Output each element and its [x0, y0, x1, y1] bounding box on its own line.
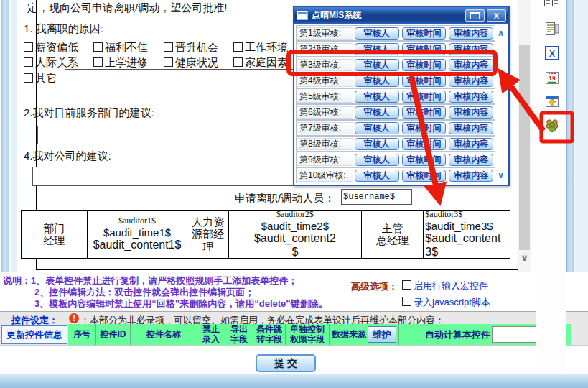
- reason-checkbox-welfare[interactable]: 福利不佳: [93, 41, 148, 55]
- editor-scroll-down-icon[interactable]: ∨: [519, 251, 530, 264]
- calendar-icon[interactable]: 19: [544, 70, 560, 85]
- editor-scrollbar-thumb[interactable]: [519, 45, 530, 250]
- dialog-scrollbar[interactable]: ∧ ∨: [495, 25, 507, 183]
- dialog-restore-button[interactable]: [465, 9, 485, 22]
- audit-levels-dialog: 点晴MIS系统 X 第1级审核: 审核人 审核时间 审核内容 第2级审核: 审核…: [293, 6, 510, 186]
- audit-level-row-10: 第10级审核: 审核人 审核时间 审核内容: [296, 167, 507, 183]
- svg-text:X: X: [549, 49, 555, 59]
- auditor-button[interactable]: 审核人: [355, 138, 399, 150]
- audit-time-button[interactable]: 审核时间: [402, 122, 447, 134]
- audit-time-button[interactable]: 审核时间: [402, 154, 447, 166]
- reason-checkbox-salary[interactable]: 薪资偏低: [24, 41, 78, 55]
- insert-auditors-icon[interactable]: [544, 117, 560, 131]
- audit-time-button[interactable]: 审核时间: [402, 91, 447, 103]
- submit-section: 提 交: [0, 345, 588, 374]
- maintain-button[interactable]: 维护: [368, 326, 396, 343]
- audit-level-row-8: 第8级审核: 审核人 审核时间 审核内容: [296, 136, 507, 152]
- audit-content-button[interactable]: 审核内容: [449, 91, 493, 103]
- reason-checkbox-family[interactable]: 家庭因素: [233, 56, 288, 70]
- macro-control-option[interactable]: 启用行输入宏控件: [402, 280, 488, 292]
- checkbox-icon[interactable]: [24, 57, 33, 67]
- checkbox-icon[interactable]: [93, 42, 103, 52]
- role-cell-hr-manager: 人力资 源部经 理: [187, 211, 229, 258]
- audit-content-button[interactable]: 审核内容: [449, 138, 493, 150]
- auditor-button[interactable]: 审核人: [355, 106, 399, 119]
- audit-time-button[interactable]: 审核时间: [402, 138, 447, 150]
- checkbox-icon[interactable]: [402, 280, 411, 290]
- auditor-button[interactable]: 审核人: [355, 43, 399, 55]
- checkbox-icon[interactable]: [24, 42, 33, 52]
- audit-time-button[interactable]: 审核时间: [402, 170, 447, 182]
- audit-time-button[interactable]: 审核时间: [402, 75, 447, 87]
- submit-button[interactable]: 提 交: [256, 354, 316, 372]
- audit-content-button[interactable]: 审核内容: [449, 43, 493, 55]
- auditor-button[interactable]: 审核人: [355, 75, 399, 87]
- checkbox-icon[interactable]: [24, 73, 33, 83]
- checkbox-icon[interactable]: [233, 57, 243, 67]
- reason-checkbox-environment[interactable]: 工作环境: [233, 41, 288, 55]
- table-columns-icon[interactable]: [544, 0, 560, 9]
- applicant-name-input[interactable]: $username$: [341, 189, 412, 205]
- checkbox-icon[interactable]: [93, 57, 103, 67]
- dialog-scroll-down-icon[interactable]: ∨: [495, 170, 506, 180]
- audit-level-label: 第4级审核:: [297, 75, 353, 87]
- checkbox-icon[interactable]: [164, 57, 173, 67]
- audit-level-row-2: 第2级审核: 审核人 审核时间 审核内容: [296, 41, 507, 57]
- checkbox-icon[interactable]: [402, 297, 411, 306]
- column-condition-jump: 条件跳 转字段: [253, 324, 286, 345]
- auditor-button[interactable]: 审核人: [355, 170, 399, 182]
- audit-time-button[interactable]: 审核时间: [402, 43, 447, 55]
- reason-checkbox-relationship[interactable]: 人际关系: [24, 56, 78, 70]
- reason-checkbox-other[interactable]: 其它: [24, 72, 57, 86]
- dialog-titlebar[interactable]: 点晴MIS系统 X: [294, 7, 508, 24]
- auditor-button[interactable]: 审核人: [355, 59, 399, 71]
- question4-title: 4.我对公司的建议:: [24, 149, 111, 163]
- audit-content-button[interactable]: 审核内容: [449, 27, 493, 40]
- update-controls-button[interactable]: 更新控件信息: [1, 325, 67, 344]
- excel-export-icon[interactable]: X: [544, 46, 560, 60]
- audit-level-label: 第1级审核:: [297, 27, 353, 40]
- reason-checkbox-health[interactable]: 健康状况: [164, 56, 218, 70]
- auditor-button[interactable]: 审核人: [355, 122, 399, 134]
- audit-level-row-1: 第1级审核: 审核人 审核时间 审核内容: [296, 25, 507, 41]
- auditor1-vars-cell: $auditor1$ $audit_time1$ $audit_content1…: [88, 211, 188, 258]
- audit-time1-var: $audit_time1$: [103, 226, 171, 239]
- audit-content-button[interactable]: 审核内容: [449, 106, 493, 119]
- audit-content2-var: $audit_content2$: [252, 232, 338, 258]
- audit-level-label: 第5级审核:: [297, 91, 353, 103]
- dialog-close-button[interactable]: X: [487, 9, 506, 22]
- column-data-source: 数据来源 维护: [330, 324, 399, 345]
- editor-scrollbar[interactable]: ∨: [518, 0, 531, 272]
- control-columns-bar: 序号 控件ID 控件名称 禁止 录入 导出 字段 条件跳 转字段 单独控制 权限…: [68, 324, 571, 345]
- audit-time-button[interactable]: 审核时间: [402, 106, 447, 119]
- checkbox-icon[interactable]: [233, 42, 243, 52]
- note-line-3: 3、模板内容编辑时禁止使用“回格”来删除内容，请用“delete”键删除。: [34, 297, 328, 310]
- audit-level-label: 第10级审核:: [297, 170, 353, 182]
- audit-content-button[interactable]: 审核内容: [449, 75, 493, 87]
- auditor-button[interactable]: 审核人: [355, 154, 399, 166]
- auditor-button[interactable]: 审核人: [355, 91, 399, 103]
- audit-content-button[interactable]: 审核内容: [449, 59, 493, 71]
- dialog-scroll-up-icon[interactable]: ∧: [495, 28, 506, 38]
- checkbox-icon[interactable]: [164, 42, 173, 52]
- applicant-label: 申请离职/调动人员：: [235, 192, 335, 205]
- notes-section: 说明：1、表单控件禁止进行复制，请严格按照规则手工添加表单控件； 2、控件编辑方…: [0, 272, 588, 311]
- audit-content-button[interactable]: 审核内容: [449, 154, 493, 166]
- dialog-title: 点晴MIS系统: [312, 9, 361, 22]
- audit-content-button[interactable]: 审核内容: [449, 170, 493, 182]
- audit-time2-var: $audit_time2$: [261, 220, 329, 232]
- document-edit-icon[interactable]: [544, 22, 560, 36]
- import-control-icon[interactable]: [544, 95, 560, 109]
- audit-level-label: 第8级审核:: [297, 138, 353, 150]
- audit-content-button[interactable]: 审核内容: [449, 122, 493, 134]
- audit-time-button[interactable]: 审核时间: [402, 59, 447, 71]
- audit-time-button[interactable]: 审核时间: [402, 27, 447, 40]
- audit-level-row-3: 第3级审核: 审核人 审核时间 审核内容: [296, 57, 507, 73]
- question1-title: 1. 我离职的原因:: [24, 22, 103, 36]
- reason-checkbox-promotion[interactable]: 晋升机会: [164, 41, 218, 55]
- reason-checkbox-study[interactable]: 上学进修: [93, 56, 148, 70]
- audit-level-row-4: 第4级审核: 审核人 审核时间 审核内容: [296, 73, 507, 88]
- auditor-button[interactable]: 审核人: [355, 27, 399, 40]
- column-permission-field: 单独控制 权限字段: [286, 324, 330, 345]
- javascript-option[interactable]: 录入javascript脚本: [402, 296, 490, 309]
